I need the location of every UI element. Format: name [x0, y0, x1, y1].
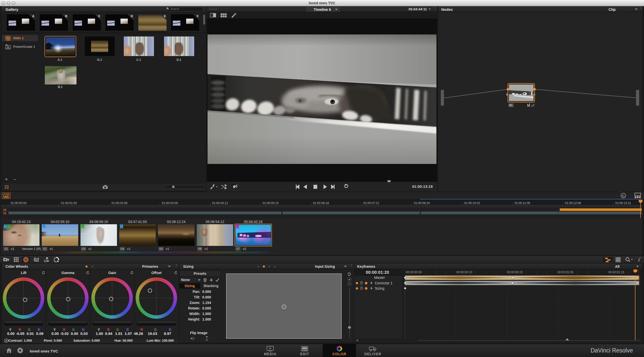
svg-text:00:00:01:15: 00:00:01:15: [608, 271, 624, 274]
svg-text:Corrector 1: Corrector 1: [375, 281, 392, 285]
svg-text:«: «: [356, 338, 358, 342]
svg-text:00:00:00:00: 00:00:00:00: [406, 271, 422, 274]
svg-text:i: i: [638, 257, 640, 262]
svg-text:00:00:00:20: 00:00:00:20: [507, 271, 523, 274]
svg-text:Master: Master: [374, 276, 385, 280]
svg-text:Sizing: Sizing: [375, 286, 384, 290]
svg-text:fx: fx: [622, 194, 625, 198]
svg-text:01: 01: [509, 103, 513, 107]
svg-text:00:00:00:10: 00:00:00:10: [456, 271, 472, 274]
svg-text:00:00:01:05: 00:00:01:05: [557, 271, 574, 274]
svg-text:A: A: [5, 339, 7, 342]
